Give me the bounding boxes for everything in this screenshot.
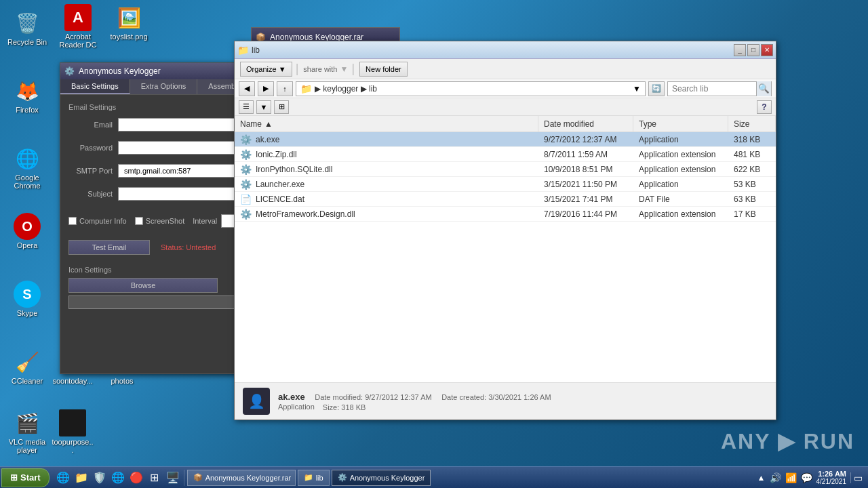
file-cell-name: ⚙️ MetroFramework.Design.dll — [235, 207, 538, 221]
search-btn[interactable]: 🔍 — [756, 81, 771, 96]
file-name: IronPython.SQLite.dll — [256, 165, 332, 174]
desktop-icon-chrome[interactable]: 🌐 Google Chrome — [3, 142, 51, 192]
up-btn[interactable]: ↑ — [277, 81, 293, 96]
desktop-icon-acrobat[interactable]: A Acrobat Reader DC — [54, 1, 102, 52]
vlc-icon: 🎬 — [14, 409, 41, 436]
file-cell-size: 17 KB — [728, 207, 776, 221]
file-cell-type: Application extension — [633, 207, 728, 221]
share-with-label: share with — [303, 65, 337, 73]
desktop-icon-toyslist[interactable]: 🖼️ toyslist.png — [105, 1, 153, 43]
search-input[interactable] — [668, 82, 756, 96]
quicklaunch-security[interactable]: 🛡️ — [92, 470, 108, 486]
desktop-icon-vlc[interactable]: 🎬 VLC media player — [3, 407, 51, 457]
file-cell-date: 8/7/2011 1:59 AM — [538, 147, 633, 161]
quicklaunch-chrome[interactable]: 🌐 — [110, 470, 126, 486]
help-btn[interactable]: ? — [757, 100, 772, 114]
taskbar-up-arrow[interactable]: ▲ — [757, 473, 766, 483]
new-folder-btn[interactable]: New folder — [359, 62, 408, 77]
message-icon[interactable]: 💬 — [801, 472, 812, 483]
file-name: LICENCE.dat — [256, 195, 304, 204]
network-icon[interactable]: 📶 — [785, 472, 797, 483]
clock-date: 4/21/2021 — [816, 478, 847, 485]
file-list: Name ▲ Date modified Type Size — [235, 116, 776, 382]
desktop-icon-ccleaner[interactable]: 🧹 CCleaner — [3, 346, 51, 388]
desktop-icon-firefox[interactable]: 🦊 Firefox — [3, 75, 51, 117]
desktop-icon-recycle-bin[interactable]: 🗑️ Recycle Bin — [3, 7, 51, 49]
desktop: 🗑️ Recycle Bin A Acrobat Reader DC 🖼️ to… — [0, 0, 868, 488]
taskbar-item-icon: 📦 — [193, 473, 203, 482]
computer-info-checkbox[interactable] — [68, 217, 77, 225]
file-cell-type: Application extension — [633, 147, 728, 161]
col-type[interactable]: Type — [633, 116, 728, 131]
file-cell-size: 318 KB — [728, 132, 776, 146]
forward-btn[interactable]: ▶ — [258, 81, 274, 96]
quicklaunch-win[interactable]: ⊞ — [146, 470, 163, 486]
table-row[interactable]: ⚙️ ak.exe 9/27/2012 12:37 AM Application… — [235, 132, 776, 147]
preview-info: ak.exe Date modified: 9/27/2012 12:37 AM… — [278, 392, 768, 411]
col-name[interactable]: Name ▲ — [235, 116, 538, 131]
taskbar-item[interactable]: 📦Anonymous Keylogger.rar — [187, 470, 296, 486]
file-type-icon: 📄 — [240, 194, 252, 205]
file-cell-size: 622 KB — [728, 162, 776, 176]
skype-label: Skype — [17, 309, 38, 317]
view-list-btn[interactable]: ☰ — [239, 100, 254, 114]
file-cell-name: 📄 LICENCE.dat — [235, 192, 538, 206]
address-text: ▶ keylogger ▶ lib — [315, 84, 377, 94]
firefox-icon: 🦊 — [14, 77, 41, 104]
ccleaner-icon: 🧹 — [14, 348, 41, 375]
email-label: Email — [68, 121, 113, 129]
quicklaunch-folder[interactable]: 📁 — [73, 470, 90, 486]
desktop-icon-toopurpose[interactable]: toopurpose... — [49, 407, 96, 457]
clock[interactable]: 1:26 AM 4/21/2021 — [816, 470, 847, 485]
taskbar-item-label: Anonymous Keylogger — [350, 474, 425, 482]
organize-btn[interactable]: Organize ▼ — [240, 62, 292, 77]
subject-label: Subject — [68, 190, 113, 198]
computer-info-option: Computer Info — [68, 214, 127, 228]
browse-btn[interactable]: Browse — [68, 278, 218, 293]
file-cell-size: 63 KB — [728, 192, 776, 206]
speaker-icon[interactable]: 🔊 — [770, 472, 781, 483]
file-type-icon: ⚙️ — [240, 209, 252, 220]
taskbar: ⊞ Start 🌐 📁 🛡️ 🌐 🔴 ⊞ 🖥️ 📦Anonymous Keylo… — [0, 466, 868, 488]
address-bar[interactable]: 📁 ▶ keylogger ▶ lib ▼ — [296, 81, 646, 96]
preview-size: Size: 318 KB — [323, 403, 366, 411]
tab-extra-options[interactable]: Extra Options — [130, 79, 198, 94]
file-cell-name: ⚙️ IronPython.SQLite.dll — [235, 162, 538, 176]
address-dropdown-btn[interactable]: ▼ — [633, 84, 641, 94]
password-label: Password — [68, 144, 113, 152]
table-row[interactable]: ⚙️ Launcher.exe 3/15/2021 11:50 PM Appli… — [235, 177, 776, 192]
back-btn[interactable]: ◀ — [239, 81, 255, 96]
col-date[interactable]: Date modified — [538, 116, 633, 131]
taskbar-item[interactable]: ⚙️Anonymous Keylogger — [332, 470, 431, 486]
table-row[interactable]: ⚙️ IronPython.SQLite.dll 10/9/2018 8:51 … — [235, 162, 776, 177]
keylogger-title-icon: ⚙️ — [64, 66, 75, 76]
quicklaunch-antivirus[interactable]: 🔴 — [128, 470, 144, 486]
tab-basic-settings[interactable]: Basic Settings — [60, 79, 130, 94]
toolbar-separator-2: │ — [351, 64, 357, 75]
explorer-maximize-btn[interactable]: □ — [747, 44, 760, 56]
show-desktop-btn[interactable]: ▭ — [850, 472, 863, 483]
quicklaunch-ie[interactable]: 🌐 — [55, 470, 71, 486]
desktop-icon-skype[interactable]: S Skype — [3, 278, 51, 320]
quicklaunch-monitor[interactable]: 🖥️ — [165, 470, 181, 486]
test-email-btn[interactable]: Test Email — [68, 240, 150, 255]
start-label: Start — [20, 472, 41, 483]
file-cell-name: ⚙️ Ionic.Zip.dll — [235, 147, 538, 161]
explorer-close-btn[interactable]: ✕ — [761, 44, 773, 56]
table-row[interactable]: ⚙️ Ionic.Zip.dll 8/7/2011 1:59 AM Applic… — [235, 147, 776, 162]
recycle-bin-label: Recycle Bin — [7, 38, 47, 46]
file-rows: ⚙️ ak.exe 9/27/2012 12:37 AM Application… — [235, 132, 776, 222]
start-btn[interactable]: ⊞ Start — [1, 468, 50, 487]
col-size[interactable]: Size — [728, 116, 776, 131]
screenshot-checkbox[interactable] — [135, 217, 143, 225]
preview-pane-btn[interactable]: ⊞ — [274, 100, 289, 114]
windows-icon: ⊞ — [10, 472, 18, 483]
toopurpose-icon — [59, 409, 86, 436]
explorer-minimize-btn[interactable]: _ — [734, 44, 746, 56]
taskbar-item[interactable]: 📁lib — [298, 470, 330, 486]
table-row[interactable]: ⚙️ MetroFramework.Design.dll 7/19/2016 1… — [235, 207, 776, 222]
view-dropdown-btn[interactable]: ▼ — [256, 100, 271, 114]
desktop-icon-opera[interactable]: O Opera — [3, 210, 51, 252]
refresh-btn[interactable]: 🔄 — [648, 81, 665, 96]
table-row[interactable]: 📄 LICENCE.dat 3/15/2021 7:41 PM DAT File… — [235, 192, 776, 207]
